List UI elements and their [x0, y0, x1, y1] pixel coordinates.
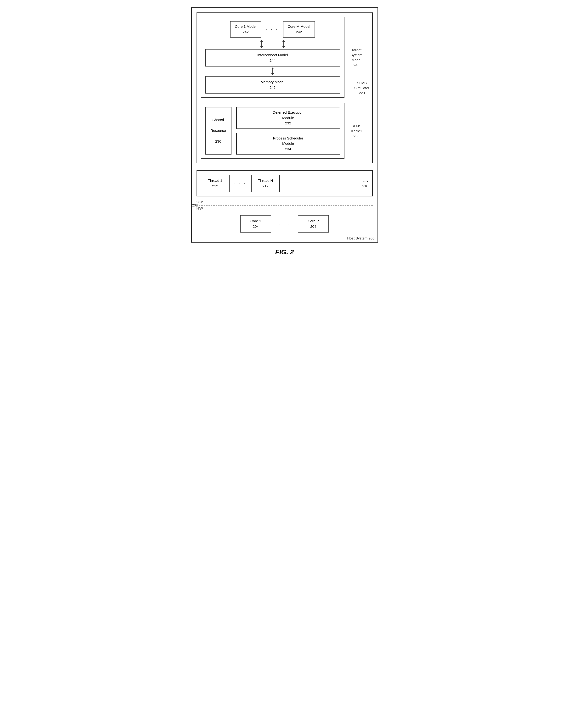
deferred-execution-box: Deferred Execution Module 232 [236, 107, 340, 129]
arrow-line-left [261, 42, 262, 46]
right-arrow [282, 40, 285, 48]
hw-label: H/W [196, 206, 373, 210]
core1-model-box: Core 1 Model 242 [230, 21, 261, 38]
arrow-down-ic-mem [271, 73, 274, 75]
page-container: SLMS Simulator 220 Target System Model 2… [191, 7, 378, 256]
hw-core-dots: · · · [278, 221, 291, 227]
thread1-box: Thread 1 212 [201, 175, 229, 192]
target-system-label: Target System Model 240 [345, 47, 368, 67]
core-to-interconnect-arrows [205, 40, 340, 48]
threadN-box: Thread N 212 [251, 175, 280, 192]
slms-simulator-label: SLMS Simulator 220 [351, 80, 373, 95]
left-arrow [260, 40, 263, 48]
core1-hw-box: Core 1 204 [240, 215, 271, 233]
sw-label: S/W [196, 200, 373, 204]
thread-row: Thread 1 212 · · · Thread N 212 [201, 175, 369, 192]
slms-kernel-box: SLMS Kernel 230 Shared Resource 236 Defe… [201, 103, 345, 159]
coreP-hw-box: Core P 204 [298, 215, 329, 233]
figure-caption: FIG. 2 [275, 248, 294, 256]
sw-hw-divider-line [196, 205, 373, 206]
arrow-head-down-right [282, 46, 285, 48]
slms-kernel-label: SLMS Kernel 230 [345, 123, 368, 138]
memory-model-box: Memory Model 246 [205, 76, 340, 94]
arrow-head-up-right [282, 40, 285, 42]
coreM-model-box: Core M Model 242 [283, 21, 315, 38]
sw-hw-divider-section: 202 S/W H/W [196, 200, 373, 210]
divider-ref-label: 202 [192, 203, 198, 207]
arrow-line-ic-mem [272, 69, 273, 73]
kernel-modules: Deferred Execution Module 232 Process Sc… [236, 107, 340, 155]
core-model-row: Core 1 Model 242 · · · Core M Model 242 [205, 21, 340, 38]
arrow-head-up-left [260, 40, 263, 42]
slms-simulator-box: SLMS Simulator 220 Target System Model 2… [196, 12, 373, 163]
target-system-model-box: Target System Model 240 Core 1 Model 242… [201, 17, 345, 98]
arrow-up-ic-mem [271, 67, 274, 69]
os-section-box: OS 210 Thread 1 212 · · · Thread N 212 [196, 170, 373, 196]
process-scheduler-box: Process Scheduler Module 234 [236, 133, 340, 155]
interconnect-memory-arrow [205, 67, 340, 75]
host-system-label: Host System 200 [347, 236, 375, 240]
thread-dots: · · · [234, 180, 246, 187]
core-dots: · · · [266, 26, 278, 33]
arrow-head-down-left [260, 46, 263, 48]
arrow-line-right [283, 42, 284, 46]
hw-core-row: Core 1 204 · · · Core P 204 [196, 215, 373, 233]
shared-resource-box: Shared Resource 236 [205, 107, 231, 155]
host-system-box: SLMS Simulator 220 Target System Model 2… [191, 7, 378, 243]
os-label: OS 210 [362, 178, 368, 189]
interconnect-model-box: Interconnect Model 244 [205, 49, 340, 67]
